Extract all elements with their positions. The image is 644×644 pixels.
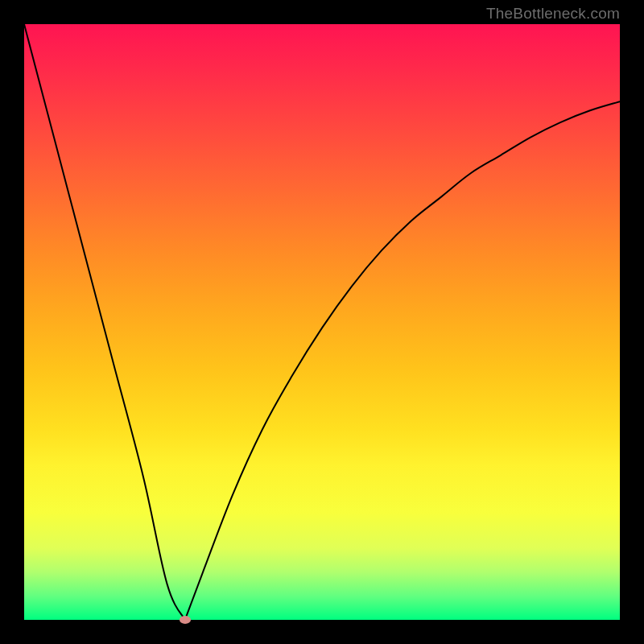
chart-frame: TheBottleneck.com: [0, 0, 644, 644]
bottleneck-curve: [24, 24, 620, 620]
min-marker: [180, 616, 191, 624]
watermark-text: TheBottleneck.com: [486, 5, 620, 23]
curve-right-branch: [185, 101, 620, 620]
plot-area: [24, 24, 620, 620]
curve-left-branch: [24, 24, 185, 620]
